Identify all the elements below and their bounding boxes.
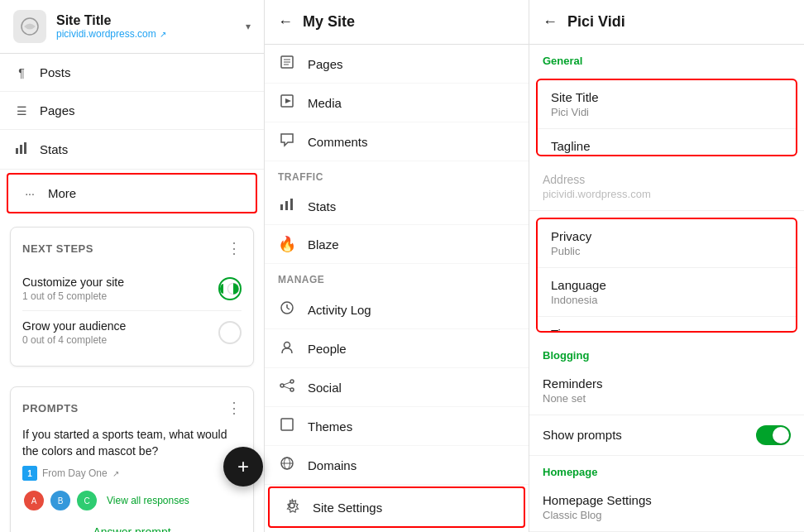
- right-panel-header: ← Pici Vidi: [529, 0, 804, 45]
- menu-item-site-settings[interactable]: Site Settings: [270, 488, 524, 526]
- setting-value-tagline: Apa Saja Ada!: [551, 155, 782, 156]
- activity-log-icon: [278, 300, 296, 319]
- setting-label-site-title: Site Title: [551, 90, 782, 104]
- menu-item-domains[interactable]: Domains: [265, 446, 529, 485]
- external-link-icon: ↗: [160, 30, 166, 39]
- step-title-customize: Customize your site: [22, 276, 124, 289]
- menu-label-activity-log: Activity Log: [308, 303, 371, 317]
- prompt-source: 1 From Day One ↗: [22, 466, 242, 481]
- setting-address[interactable]: Address picividi.wordpress.com: [529, 163, 804, 211]
- site-title: Site Title: [56, 13, 236, 28]
- step-customize[interactable]: Customize your site 1 out of 5 complete: [22, 267, 242, 311]
- prompts-question: If you started a sports team, what would…: [22, 427, 242, 459]
- menu-item-people[interactable]: People: [265, 329, 529, 368]
- setting-value-site-title: Pici Vidi: [551, 106, 782, 118]
- nav-item-pages[interactable]: ☰ Pages: [0, 92, 264, 130]
- dayone-icon: 1: [22, 466, 37, 481]
- more-icon: ···: [22, 187, 38, 200]
- step-grow[interactable]: Grow your audience 0 out of 4 complete: [22, 311, 242, 354]
- avatar-3: C: [75, 489, 98, 512]
- setting-homepage-settings[interactable]: Homepage Settings Classic Blog: [529, 483, 804, 532]
- manage-section-label: Manage: [265, 264, 529, 290]
- setting-site-title[interactable]: Site Title Pici Vidi: [538, 80, 796, 129]
- svg-text:1: 1: [27, 469, 32, 478]
- next-steps-menu[interactable]: ⋮: [227, 239, 242, 257]
- svg-line-29: [284, 382, 290, 385]
- setting-value-language: Indonesia: [551, 294, 782, 306]
- setting-value-homepage: Classic Blog: [543, 509, 791, 521]
- step-info: Customize your site 1 out of 5 complete: [22, 276, 124, 302]
- setting-reminders[interactable]: Reminders None set: [529, 367, 804, 415]
- nav-label-more: More: [48, 186, 76, 200]
- step-indicator-grow: [218, 321, 242, 344]
- menu-item-comments[interactable]: Comments: [265, 122, 529, 161]
- nav-list: ¶ Posts ☰ Pages Stats ··· More: [0, 54, 264, 217]
- setting-label-tagline: Tagline: [551, 139, 782, 153]
- settings-icon: [283, 498, 301, 516]
- back-arrow-icon-right[interactable]: ←: [543, 13, 558, 31]
- privacy-settings-group: Privacy Public Language Indonesia Timezo…: [536, 218, 797, 333]
- menu-label-people: People: [308, 342, 347, 356]
- menu-label-domains: Domains: [308, 458, 357, 472]
- chevron-down-icon[interactable]: ▾: [246, 21, 251, 32]
- nav-item-posts[interactable]: ¶ Posts: [0, 54, 264, 92]
- setting-label-address: Address: [543, 173, 791, 186]
- menu-label-stats: Stats: [308, 199, 336, 213]
- menu-item-stats[interactable]: Stats: [265, 188, 529, 225]
- menu-item-blaze[interactable]: 🔥 Blaze: [265, 225, 529, 264]
- menu-item-media[interactable]: Media: [265, 84, 529, 122]
- pages-icon: ☰: [13, 104, 30, 117]
- people-icon: [278, 339, 296, 357]
- step-subtitle-grow: 0 out of 4 complete: [22, 334, 126, 346]
- middle-panel-title: My Site: [303, 13, 355, 31]
- pages-icon: [278, 55, 296, 73]
- avatar-1: A: [22, 489, 45, 512]
- menu-item-social[interactable]: Social: [265, 368, 529, 407]
- svg-rect-21: [290, 199, 293, 210]
- comments-icon: [278, 132, 296, 151]
- setting-timezone[interactable]: Timezone Jakarta: [538, 317, 796, 333]
- menu-item-activity-log[interactable]: Activity Log: [265, 290, 529, 329]
- homepage-section-label: Homepage: [529, 456, 804, 483]
- answer-prompt-button[interactable]: Answer prompt: [22, 519, 242, 532]
- nav-item-more[interactable]: ··· More: [7, 173, 257, 213]
- svg-rect-20: [285, 201, 288, 210]
- back-arrow-icon[interactable]: ←: [278, 13, 293, 31]
- show-prompts-toggle[interactable]: [756, 425, 791, 445]
- prompt-source-text: From Day One ↗: [42, 467, 119, 479]
- site-url: picividi.wordpress.com ↗: [56, 28, 236, 40]
- prompts-menu[interactable]: ⋮: [227, 399, 242, 417]
- nav-label-stats: Stats: [40, 142, 68, 156]
- site-icon: [13, 10, 46, 43]
- fab-button[interactable]: +: [223, 447, 263, 486]
- social-icon: [278, 378, 296, 396]
- nav-item-stats[interactable]: Stats: [0, 130, 264, 170]
- svg-rect-2: [20, 145, 22, 154]
- next-steps-title: Next Steps: [22, 242, 93, 255]
- view-all-link[interactable]: View all responses: [107, 495, 189, 506]
- media-icon: [278, 93, 296, 112]
- setting-value-reminders: None set: [543, 392, 791, 405]
- menu-label-media: Media: [308, 96, 342, 110]
- nav-label-posts: Posts: [40, 65, 71, 79]
- svg-point-26: [280, 384, 284, 387]
- setting-tagline[interactable]: Tagline Apa Saja Ada!: [538, 129, 796, 156]
- prompts-title: Prompts: [22, 402, 79, 415]
- menu-section-manage: Activity Log People Social Themes Domain…: [265, 290, 529, 532]
- prompt-avatars: A B C View all responses: [22, 489, 242, 512]
- setting-value-privacy: Public: [551, 245, 782, 257]
- prompts-header: Prompts ⋮: [22, 399, 242, 417]
- menu-item-themes[interactable]: Themes: [265, 407, 529, 446]
- svg-point-27: [290, 380, 294, 383]
- middle-panel: ← My Site Pages Media Comments Traffic: [265, 0, 529, 532]
- menu-item-pages[interactable]: Pages: [265, 45, 529, 84]
- left-panel: Site Title picividi.wordpress.com ↗ ▾ ¶ …: [0, 0, 265, 532]
- svg-marker-18: [285, 98, 291, 103]
- svg-rect-19: [280, 204, 283, 210]
- site-header[interactable]: Site Title picividi.wordpress.com ↗ ▾: [0, 0, 264, 54]
- setting-privacy[interactable]: Privacy Public: [538, 219, 796, 268]
- general-settings-group: Site Title Pici Vidi Tagline Apa Saja Ad…: [536, 79, 797, 156]
- setting-language[interactable]: Language Indonesia: [538, 268, 796, 317]
- prompts-card: Prompts ⋮ If you started a sports team, …: [10, 386, 254, 532]
- setting-label-timezone: Timezone: [551, 327, 782, 333]
